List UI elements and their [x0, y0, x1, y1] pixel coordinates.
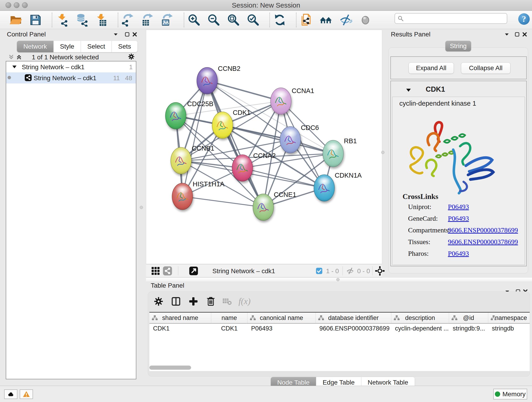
hidden-eye-icon[interactable]: [346, 266, 355, 275]
control-panel-float-icon[interactable]: [125, 32, 130, 37]
control-panel-close-icon[interactable]: [132, 32, 137, 37]
column-header-canonical-name[interactable]: canonical name: [247, 313, 316, 323]
table-cell[interactable]: P06493: [247, 324, 316, 333]
cybrowser-home-icon[interactable]: [319, 13, 333, 27]
control-panel-minimize-icon[interactable]: [113, 32, 118, 37]
network-node-CDKN1A[interactable]: [314, 175, 335, 201]
network-node-CDC6[interactable]: [280, 127, 301, 153]
network-node-CCNE1[interactable]: [253, 194, 273, 220]
crosslink-value-link[interactable]: 9606.ENSP00000378699: [448, 226, 518, 234]
column-header--id[interactable]: @id: [449, 313, 488, 323]
node-table[interactable]: shared namenamecanonical namedatabase id…: [149, 312, 530, 371]
delete-table-icon[interactable]: [222, 296, 232, 307]
table-cell[interactable]: 9606.ENSP00000378699: [316, 324, 391, 333]
results-panel-close-icon[interactable]: [522, 32, 527, 37]
search-box[interactable]: [394, 13, 507, 24]
warning-status-button[interactable]: [20, 389, 33, 399]
export-table-icon[interactable]: [141, 13, 154, 27]
left-splitter-handle[interactable]: [140, 206, 143, 209]
zoom-out-icon[interactable]: [207, 13, 220, 27]
results-panel-minimize-icon[interactable]: [504, 32, 509, 37]
import-table-icon[interactable]: [95, 13, 108, 27]
network-options-gear-icon[interactable]: [127, 53, 135, 61]
share-session-icon[interactable]: [300, 13, 313, 27]
table-cell[interactable]: CDK1: [149, 324, 211, 333]
export-image-icon[interactable]: [161, 13, 174, 27]
tab-sets[interactable]: Sets: [112, 41, 138, 52]
titlebar[interactable]: Session: New Session: [0, 0, 532, 11]
entry-collapse-icon[interactable]: [406, 88, 411, 92]
network-collection-row[interactable]: String Network – cdk1 1: [6, 61, 136, 72]
column-header-namespace[interactable]: namespace: [488, 313, 530, 323]
horizontal-splitter-handle[interactable]: [336, 278, 340, 281]
fit-crosshair-icon[interactable]: [375, 266, 385, 276]
expand-all-button[interactable]: Expand All: [409, 62, 454, 74]
network-node-CCNB2[interactable]: [197, 67, 217, 94]
show-columns-icon[interactable]: [171, 296, 181, 307]
tab-network[interactable]: Network: [17, 41, 54, 52]
network-node-CCNB1[interactable]: [171, 147, 191, 174]
add-column-icon[interactable]: [188, 296, 199, 307]
import-network-file-icon[interactable]: [56, 13, 69, 27]
network-edge[interactable]: [207, 81, 263, 207]
import-network-database-icon[interactable]: [75, 13, 89, 27]
column-header-database-identifier[interactable]: database identifier: [316, 313, 391, 323]
export-network-icon[interactable]: [121, 13, 135, 27]
network-node-CDK1[interactable]: [212, 112, 233, 138]
column-header-description[interactable]: description: [391, 313, 449, 323]
horizontal-splitter[interactable]: [146, 278, 532, 281]
memory-button[interactable]: Memory: [493, 389, 527, 400]
network-node-CDC25B[interactable]: [165, 102, 186, 129]
network-row-selected[interactable]: String Network – cdk1 11 48: [6, 72, 136, 83]
refresh-view-icon[interactable]: [273, 13, 286, 27]
zoom-in-icon[interactable]: [187, 13, 201, 27]
zoom-selected-icon[interactable]: [247, 13, 260, 27]
network-node-RB1[interactable]: [323, 140, 343, 167]
show-graphics-details-icon[interactable]: [359, 13, 372, 27]
table-cell[interactable]: cyclin-dependent ...: [391, 324, 449, 333]
column-header-shared-name[interactable]: shared name: [149, 313, 211, 323]
network-edge[interactable]: [182, 81, 207, 196]
table-cell[interactable]: stringdb:9...: [449, 324, 488, 333]
crosslink-value-link[interactable]: P06493: [448, 249, 469, 257]
network-node-CCNA1[interactable]: [271, 88, 291, 114]
results-panel-float-icon[interactable]: [515, 32, 520, 37]
network-edge[interactable]: [182, 196, 263, 207]
delete-column-icon[interactable]: [206, 296, 216, 307]
grid-view-icon[interactable]: [151, 266, 161, 276]
network-node-HIST1H1A[interactable]: [172, 183, 193, 210]
statusbar-divider: [178, 266, 178, 275]
share-network-icon[interactable]: [162, 266, 172, 276]
birdseye-view-icon[interactable]: [189, 266, 199, 276]
network-graph[interactable]: CCNB2CCNA1CDC25BCDK1CDC6RB1CCNB1CCNA2CDK…: [146, 30, 382, 264]
crosslink-value-link[interactable]: P06493: [448, 203, 469, 211]
selected-checkbox-icon[interactable]: [316, 267, 323, 274]
open-session-icon[interactable]: [9, 13, 22, 27]
settings-gear-icon[interactable]: [153, 296, 164, 307]
crosslink-row: Tissues:9606.ENSP00000378699: [408, 238, 523, 246]
svg-text:?: ?: [522, 14, 526, 24]
network-canvas[interactable]: CCNB2CCNA1CDC25BCDK1CDC6RB1CCNB1CCNA2CDK…: [146, 30, 382, 264]
cloud-status-button[interactable]: [4, 389, 17, 399]
crosslink-value-link[interactable]: P06493: [448, 215, 469, 222]
horizontal-scrollbar[interactable]: [149, 366, 191, 370]
column-header-name[interactable]: name: [211, 313, 247, 323]
zoom-fit-icon[interactable]: [227, 13, 240, 27]
tab-string[interactable]: String: [445, 41, 471, 51]
collapse-all-button[interactable]: Collapse All: [461, 62, 510, 74]
network-node-CCNA2[interactable]: [232, 155, 253, 181]
crosslink-value-link[interactable]: 9606.ENSP00000378699: [448, 238, 518, 246]
table-cell[interactable]: stringdb: [488, 324, 530, 333]
table-row[interactable]: CDK1CDK1P064939606.ENSP00000378699cyclin…: [149, 324, 530, 333]
hide-graphics-details-icon[interactable]: [339, 13, 352, 27]
network-edge[interactable]: [207, 81, 281, 101]
tree-expand-icon[interactable]: [12, 65, 17, 69]
tab-style[interactable]: Style: [54, 41, 81, 52]
tab-select[interactable]: Select: [81, 41, 112, 52]
help-icon[interactable]: ?: [518, 13, 530, 26]
table-cell[interactable]: CDK1: [211, 324, 247, 333]
crosslink-label: Tissues:: [408, 238, 448, 246]
search-input[interactable]: [405, 15, 504, 22]
right-splitter-handle[interactable]: [381, 151, 385, 154]
save-session-icon[interactable]: [29, 13, 42, 27]
